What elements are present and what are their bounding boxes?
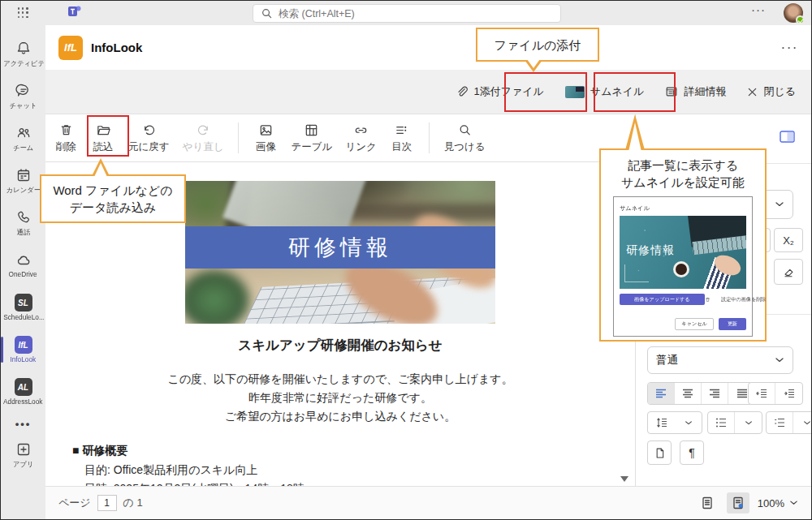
page-number-input[interactable] [97,495,117,511]
outdent-button[interactable] [749,383,775,404]
toolbar-divider [429,122,430,153]
toc-button[interactable]: 目次 [390,122,414,154]
trash-icon [58,122,74,138]
bullet-list-chevron[interactable] [735,412,762,433]
clear-format-button[interactable] [774,259,803,285]
sidebar-item-infolook[interactable]: IfL InfoLook [1,329,45,371]
status-bar: ページ の 1 100% [45,486,811,519]
chevron-down-icon [775,357,784,363]
zoom-control[interactable]: 100% [758,497,798,509]
link-icon [353,122,369,138]
link-button[interactable]: リンク [345,122,376,154]
app-header-more-button[interactable]: ··· [781,40,798,56]
table-icon [304,122,319,138]
numbered-list-group [766,411,811,434]
sidebar-item-addresslook[interactable]: AL AddressLook [1,371,45,413]
line-spacing-chevron[interactable] [675,412,702,433]
phone-icon [15,209,32,226]
document-heading: スキルアップ研修開催のお知らせ [45,337,635,355]
bell-icon [15,41,32,57]
undo-button[interactable]: 元に戻す [128,122,170,154]
delete-button[interactable]: 削除 [54,122,78,154]
chevron-down-icon [775,201,784,208]
paperclip-icon [455,85,468,98]
align-right-button[interactable] [702,383,728,404]
details-button[interactable]: 詳細情報 [662,80,729,104]
line-spacing-button[interactable] [648,412,675,433]
indent-button[interactable] [775,383,802,404]
banner-title: 研修情報 [288,233,392,262]
infolook-app-logo-icon: IfL [58,36,83,60]
waffle-icon [18,7,29,19]
redo-button[interactable]: やり直し [183,122,224,154]
topbar-more-button[interactable]: ··· [751,2,766,16]
sidebar-item-calendar[interactable]: カレンダー [1,160,45,202]
toolbar-divider [238,122,239,153]
toc-icon [394,122,409,138]
copy-format-button[interactable] [647,440,672,465]
image-button[interactable]: 画像 [253,122,278,154]
chevron-down-icon [745,420,753,426]
document-paragraph: この度、以下の研修を開催いたしますので、ご案内申し上げます。 昨年度非常に好評だ… [45,370,635,426]
table-button[interactable]: テーブル [291,122,332,154]
align-left-button[interactable] [648,383,675,404]
sidebar-item-onedrive[interactable]: OneDrive [1,244,45,286]
find-icon [457,122,473,138]
banner-title-band: 研修情報 [185,226,495,269]
document-section-title: ■ 研修概要 [72,444,635,458]
load-button[interactable]: 読込 [91,122,115,154]
sidebar-item-apps[interactable]: アプリ [1,434,45,476]
teams-top-bar: ··· [1,1,811,25]
single-page-view-button[interactable] [696,492,719,514]
sidebar-item-teams[interactable]: チーム [1,118,45,160]
banner-image[interactable]: 研修情報 [185,181,495,324]
scroll-down-arrow[interactable] [620,476,628,482]
callout-arrow [94,163,107,177]
attachment-button[interactable]: 1添付ファイル [451,80,546,104]
infolook-logo-icon: IfL [15,336,32,354]
schedulelook-logo-icon: SL [15,294,32,312]
callout-arrow [527,59,540,68]
page-total: の 1 [123,496,143,510]
thumbnail-button[interactable]: サムネイル [562,80,648,104]
panel-toggle-button[interactable] [780,131,795,146]
sidebar-item-activity[interactable]: アクティビティ [1,33,45,75]
cloud-icon [15,252,32,269]
find-button[interactable]: 見つける [444,122,486,154]
avatar[interactable] [784,3,803,23]
status-available-icon [796,15,805,24]
numbered-list-chevron[interactable] [793,412,811,433]
sidebar-item-chat[interactable]: チャット [1,75,45,118]
sidebar-item-calls[interactable]: 通話 [1,202,45,244]
search-input[interactable] [279,8,552,19]
sidebar-item-schedulelook[interactable]: SL ScheduleLo... [1,286,45,329]
folder-icon [96,122,111,138]
article-action-bar: 1添付ファイル サムネイル 詳細情報 閉じる [45,70,811,114]
chevron-down-icon [803,420,811,426]
teams-logo-icon[interactable] [67,3,83,23]
remove-image-button[interactable]: 設定中の画像を削除 [705,294,776,305]
numbered-list-button[interactable] [767,412,793,433]
eraser-icon [782,265,795,278]
align-center-button[interactable] [675,383,702,404]
addresslook-logo-icon: AL [15,378,32,396]
subscript-button[interactable]: X₂ [774,228,803,252]
bullet-list-button[interactable] [708,412,735,433]
global-search[interactable] [253,4,561,23]
upload-image-button[interactable]: 画像をアップロードする [620,294,705,305]
pilcrow-button[interactable]: ¶ [680,440,704,465]
split-view-icon [780,131,795,143]
callout-thumbnail: 記事一覧に表示する サムネイルを設定可能 サムネイル 研修情報 画像をアップロー… [599,148,767,342]
sidebar-more-button[interactable]: ••• [1,413,45,434]
image-icon [258,122,274,138]
dialog-cancel-button[interactable]: キャンセル [675,318,714,330]
web-view-button[interactable] [727,492,749,514]
trash-icon [705,297,710,303]
callout-attach: ファイルの添付 [476,28,599,62]
page-label: ページ [58,496,91,510]
dialog-update-button[interactable]: 更新 [719,318,746,330]
waffle-menu-button[interactable] [1,7,45,19]
close-button[interactable]: 閉じる [744,80,799,104]
people-icon [15,125,32,141]
paragraph-style-dropdown[interactable]: 普通 [647,346,793,374]
